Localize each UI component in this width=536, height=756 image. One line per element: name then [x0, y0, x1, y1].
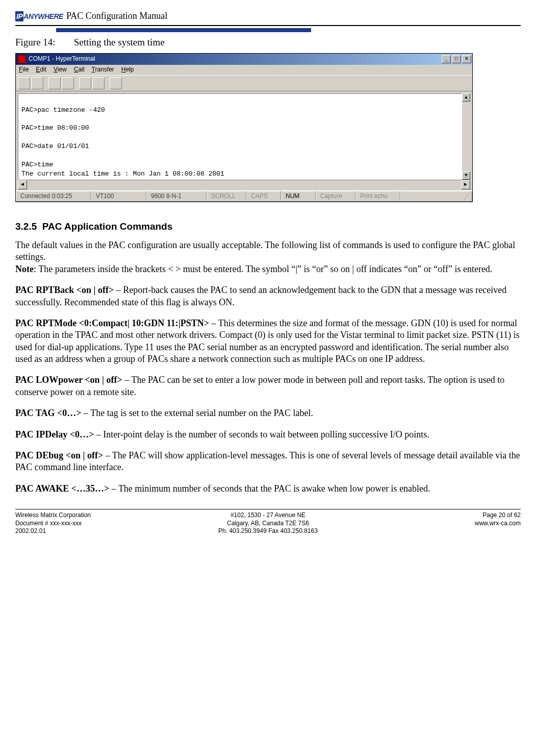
section-number: 3.2.5 [15, 221, 37, 232]
cmd-desc: – Inter-point delay is the number of sec… [94, 429, 429, 440]
cmd-tag: PAC TAG <0…> – The tag is set to the ext… [15, 407, 521, 419]
intro-paragraph: The default values in the PAC configurat… [15, 239, 521, 275]
terminal-line: PAC>time 08:00:00 [21, 124, 89, 132]
cmd-name: PAC AWAKE <…35…> [15, 483, 109, 494]
intro-text: The default values in the PAC configurat… [15, 240, 515, 262]
minimize-button[interactable]: _ [442, 55, 451, 63]
menu-help[interactable]: Help [121, 66, 134, 74]
scroll-right-icon[interactable]: ► [461, 180, 470, 189]
cmd-awake: PAC AWAKE <…35…> – The minimum number of… [15, 483, 521, 495]
logo-anywhere: ANYWHERE [23, 12, 63, 21]
toolbar-separator [106, 77, 109, 88]
toolbar-separator [44, 77, 47, 88]
figure-caption: Figure 14: Setting the system time [15, 36, 521, 49]
toolbar-send-icon[interactable] [79, 77, 91, 89]
terminal-line: PAC>date 01/01/01 [21, 142, 89, 150]
section-heading: 3.2.5 PAC Application Commands [15, 221, 521, 233]
status-emulation: VT100 [91, 191, 146, 202]
header-accent-bar [56, 28, 311, 32]
cmd-desc: – The minimum number of seconds that the… [109, 483, 430, 494]
menu-view[interactable]: View [54, 66, 67, 74]
toolbar-new-icon[interactable] [18, 77, 30, 89]
status-printecho: Print echo [355, 191, 400, 202]
menu-transfer[interactable]: Transfer [92, 66, 114, 74]
terminal-output[interactable]: PAC>pac timezone -420 PAC>time 08:00:00 … [18, 93, 462, 180]
figure-title: Setting the system time [74, 37, 165, 47]
status-settings: 9600 8-N-1 [146, 191, 207, 202]
header-title: PAC Configuration Manual [66, 10, 167, 22]
footer-left: Wireless Matrix Corporation Document # x… [15, 511, 184, 535]
note-label: Note [15, 264, 34, 274]
cmd-ipdelay: PAC IPDelay <0…> – Inter-point delay is … [15, 429, 521, 441]
footer-page: Page 20 of 62 [352, 511, 521, 520]
footer-url: www.wrx-ca.com [352, 520, 521, 528]
cmd-lowpower: PAC LOWpower <on | off> – The PAC can be… [15, 374, 521, 398]
horizontal-scrollbar[interactable]: ◄ ► [18, 180, 470, 188]
maximize-button[interactable]: □ [452, 55, 461, 63]
figure-label: Figure 14: [15, 36, 71, 49]
window-title: COMP1 - HyperTerminal [29, 55, 95, 63]
footer-company: Wireless Matrix Corporation [15, 511, 184, 520]
status-capture: Capture [316, 191, 355, 202]
terminal-line: PAC>pac timezone -420 [21, 106, 105, 114]
footer-right: Page 20 of 62 www.wrx-ca.com [352, 511, 521, 535]
cmd-name: PAC DEbug <on | off> [15, 450, 103, 460]
toolbar-separator [75, 77, 78, 88]
toolbar-receive-icon[interactable] [92, 77, 105, 89]
menu-file[interactable]: File [19, 66, 29, 74]
cmd-name: PAC RPTMode <0:Compact| 10:GDN 11:|PSTN> [15, 318, 209, 328]
menu-call[interactable]: Call [74, 66, 85, 74]
cmd-rptback: PAC RPTBack <on | off> – Report-back cau… [15, 284, 521, 308]
cmd-desc: – The tag is set to the external serial … [82, 408, 313, 418]
status-caps: CAPS [246, 191, 281, 202]
cmd-rptmode: PAC RPTMode <0:Compact| 10:GDN 11:|PSTN>… [15, 318, 521, 365]
footer-center: #102, 1530 - 27 Avenue NE Calgary, AB, C… [184, 511, 352, 535]
terminal-line: The current local time is : Mon Jan 1 08… [21, 170, 224, 178]
toolbar-disconnect-icon[interactable] [62, 77, 74, 89]
toolbar-connect-icon[interactable] [48, 77, 61, 89]
scroll-up-icon[interactable]: ▲ [462, 93, 470, 102]
scroll-left-icon[interactable]: ◄ [18, 180, 27, 189]
cmd-name: PAC IPDelay <0…> [15, 429, 94, 440]
toolbar-open-icon[interactable] [31, 77, 43, 89]
cmd-debug: PAC DEbug <on | off> – The PAC will show… [15, 450, 521, 474]
section-title: PAC Application Commands [42, 221, 172, 232]
note-text: : The parameters inside the brackets < >… [34, 264, 492, 274]
footer-phone: Ph. 403.250.3949 Fax 403.250.8163 [184, 527, 352, 535]
footer-address2: Calgary, AB, Canada T2E 7S6 [184, 520, 352, 528]
page-footer: Wireless Matrix Corporation Document # x… [15, 509, 521, 535]
menu-bar: File Edit View Call Transfer Help [16, 65, 472, 75]
toolbar-properties-icon[interactable] [110, 77, 122, 89]
status-connected: Connected 0:03:25 [16, 191, 91, 202]
terminal-wrap: PAC>pac timezone -420 PAC>time 08:00:00 … [16, 91, 472, 190]
footer-docnum: Document # xxx-xxx-xxx [15, 520, 184, 528]
header-rule [15, 25, 521, 26]
status-num: NUM [281, 191, 316, 202]
toolbar [16, 75, 472, 91]
scroll-down-icon[interactable]: ▼ [462, 172, 470, 180]
cmd-name: PAC RPTBack <on | off> [15, 285, 114, 295]
resize-grip-icon[interactable]: ⋰ [400, 191, 472, 202]
window-titlebar[interactable]: COMP1 - HyperTerminal _ □ × [16, 54, 472, 65]
footer-address1: #102, 1530 - 27 Avenue NE [184, 511, 352, 520]
cmd-name: PAC LOWpower <on | off> [15, 375, 122, 385]
terminal-line: PAC>time [21, 161, 53, 168]
menu-edit[interactable]: Edit [36, 66, 46, 74]
close-button[interactable]: × [462, 55, 471, 63]
cmd-name: PAC TAG <0…> [15, 408, 82, 418]
page-header: IPANYWHERE PAC Configuration Manual [15, 10, 521, 22]
status-scroll: SCROLL [207, 191, 246, 202]
brand-logo: IPANYWHERE [15, 11, 63, 21]
footer-date: 2002.02.01 [15, 527, 184, 535]
hyperterminal-window: COMP1 - HyperTerminal _ □ × File Edit Vi… [15, 53, 473, 202]
status-bar: Connected 0:03:25 VT100 9600 8-N-1 SCROL… [16, 190, 472, 202]
logo-ip: IP [15, 11, 23, 21]
app-icon [18, 55, 26, 63]
